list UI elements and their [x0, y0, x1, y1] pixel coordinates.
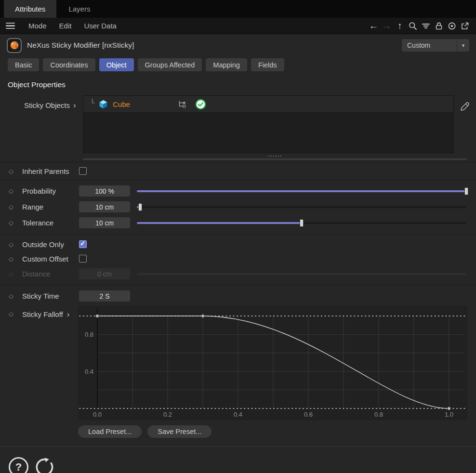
- object-title: NeXus Sticky Modifier [nxSticky]: [27, 41, 397, 50]
- horizontal-scrollbar[interactable]: [83, 158, 467, 160]
- distance-field: 0 cm: [79, 268, 130, 279]
- help-button[interactable]: ?: [9, 457, 28, 473]
- svg-text:0.2: 0.2: [163, 411, 172, 418]
- object-title-row: NeXus Sticky Modifier [nxSticky] Custom …: [0, 34, 476, 55]
- back-icon[interactable]: ←: [367, 20, 380, 32]
- distance-slider: [137, 270, 466, 278]
- preset-buttons: Load Preset... Save Preset...: [78, 425, 476, 438]
- menu-icon[interactable]: [6, 23, 19, 29]
- range-label: Range: [22, 203, 79, 211]
- target-icon[interactable]: [445, 20, 458, 32]
- filter-icon[interactable]: [419, 20, 432, 32]
- external-link-icon[interactable]: [458, 20, 471, 32]
- inherit-parents-checkbox[interactable]: ✓: [79, 167, 87, 175]
- sticky-objects-label-col: Sticky Objects ›: [0, 95, 83, 109]
- sticky-falloff-label: Sticky Falloff: [22, 310, 63, 318]
- sticky-time-label: Sticky Time: [22, 292, 79, 300]
- sticky-objects-section: Sticky Objects › └ Cube: [0, 95, 476, 153]
- sticky-objects-listbox[interactable]: └ Cube: [83, 95, 454, 153]
- menu-edit[interactable]: Edit: [53, 22, 78, 30]
- tab-mapping[interactable]: Mapping: [206, 58, 247, 71]
- sticky-falloff-section: ◇ Sticky Falloff › 0.00.20.40.60.81.00.8…: [0, 306, 476, 420]
- tab-basic[interactable]: Basic: [8, 58, 39, 71]
- svg-text:1.0: 1.0: [445, 411, 453, 418]
- save-preset-button[interactable]: Save Preset...: [147, 425, 212, 438]
- tab-layers[interactable]: Layers: [57, 0, 101, 18]
- slider-fill: [137, 190, 466, 192]
- range-slider[interactable]: [137, 203, 466, 211]
- inherit-parents-label: Inherit Parents: [22, 167, 79, 175]
- load-preset-button[interactable]: Load Preset...: [78, 425, 142, 438]
- up-icon[interactable]: ↑: [393, 20, 406, 32]
- probability-field[interactable]: 100 %: [79, 185, 130, 197]
- lock-icon[interactable]: [432, 20, 445, 32]
- inherit-parents-row: ◇ Inherit Parents ✓: [0, 162, 476, 180]
- sticky-objects-label: Sticky Objects: [24, 101, 70, 109]
- menubar: Mode Edit User Data ← → ↑: [0, 18, 476, 34]
- svg-text:0.6: 0.6: [304, 411, 313, 418]
- custom-offset-row: ◇ Custom Offset ✓: [0, 251, 476, 266]
- keyframe-diamond-icon[interactable]: ◇: [9, 219, 13, 226]
- range-field[interactable]: 10 cm: [79, 201, 130, 212]
- tolerance-label: Tolerance: [22, 219, 79, 227]
- menu-user-data[interactable]: User Data: [78, 22, 123, 30]
- check-icon: ✓: [80, 240, 85, 247]
- slider-fill: [137, 222, 302, 224]
- listbox-scrollstrip: ......: [83, 153, 467, 162]
- distance-label: Distance: [22, 270, 79, 278]
- keyframe-diamond-icon[interactable]: ◇: [9, 255, 13, 263]
- slider-handle[interactable]: [138, 203, 142, 211]
- expand-chevron-icon[interactable]: ›: [67, 310, 70, 318]
- sticky-time-row: ◇ Sticky Time 2 S: [0, 288, 476, 304]
- attribute-manager-panel: Attributes Layers Mode Edit User Data ← …: [0, 0, 476, 473]
- expand-chevron-icon[interactable]: ›: [73, 101, 76, 109]
- tolerance-slider[interactable]: [137, 219, 466, 227]
- chevron-down-icon[interactable]: ▾: [457, 39, 469, 52]
- preset-dropdown[interactable]: Custom ▾: [402, 39, 469, 52]
- outside-only-row: ◇ Outside Only ✓: [0, 237, 476, 251]
- list-item-cube[interactable]: └ Cube: [83, 96, 453, 113]
- hierarchy-icon[interactable]: [177, 100, 187, 108]
- tab-coordinates[interactable]: Coordinates: [43, 58, 95, 71]
- slider-handle[interactable]: [464, 187, 468, 195]
- eyedropper-icon[interactable]: [459, 100, 471, 114]
- keyframe-diamond-icon: ◇: [9, 270, 13, 277]
- keyframe-diamond-icon[interactable]: ◇: [9, 292, 13, 300]
- footer: ?: [0, 447, 476, 473]
- reset-button[interactable]: [34, 457, 54, 473]
- keyframe-diamond-icon[interactable]: ◇: [9, 187, 13, 195]
- svg-text:0.8: 0.8: [85, 331, 93, 338]
- eyedropper-col: [454, 95, 476, 114]
- slider-track: [137, 206, 466, 208]
- range-row: ◇ Range 10 cm: [0, 199, 476, 215]
- probability-label: Probability: [22, 187, 79, 195]
- section-tabs: Basic Coordinates Object Groups Affected…: [0, 55, 476, 76]
- keyframe-diamond-icon[interactable]: ◇: [9, 203, 13, 210]
- falloff-graph[interactable]: 0.00.20.40.60.81.00.80.4: [78, 306, 467, 420]
- sticky-time-field[interactable]: 2 S: [79, 290, 130, 302]
- menu-mode[interactable]: Mode: [22, 22, 53, 30]
- custom-offset-label: Custom Offset: [22, 255, 79, 263]
- tab-groups-affected[interactable]: Groups Affected: [138, 58, 202, 71]
- enabled-check-icon[interactable]: [195, 98, 207, 110]
- probability-slider[interactable]: [137, 187, 466, 195]
- keyframe-diamond-icon[interactable]: ◇: [9, 241, 13, 248]
- forward-icon[interactable]: →: [380, 20, 393, 32]
- resize-drag-handle[interactable]: ......: [268, 150, 282, 158]
- outside-only-checkbox[interactable]: ✓: [79, 240, 87, 248]
- tab-attributes[interactable]: Attributes: [4, 0, 56, 18]
- keyframe-diamond-icon[interactable]: ◇: [9, 168, 13, 175]
- nexus-modifier-icon: [7, 38, 22, 53]
- tab-object[interactable]: Object: [99, 58, 134, 71]
- slider-track: [137, 273, 466, 275]
- cube-icon: [98, 99, 108, 109]
- tab-fields[interactable]: Fields: [251, 58, 284, 71]
- slider-handle[interactable]: [300, 219, 304, 227]
- sticky-falloff-label-col: ◇ Sticky Falloff ›: [0, 306, 78, 420]
- tolerance-field[interactable]: 10 cm: [79, 217, 130, 228]
- search-icon[interactable]: [406, 20, 419, 32]
- custom-offset-checkbox[interactable]: ✓: [79, 255, 87, 263]
- tree-branch-icon: └: [90, 99, 94, 107]
- svg-text:0.4: 0.4: [234, 411, 242, 418]
- keyframe-diamond-icon[interactable]: ◇: [0, 310, 22, 317]
